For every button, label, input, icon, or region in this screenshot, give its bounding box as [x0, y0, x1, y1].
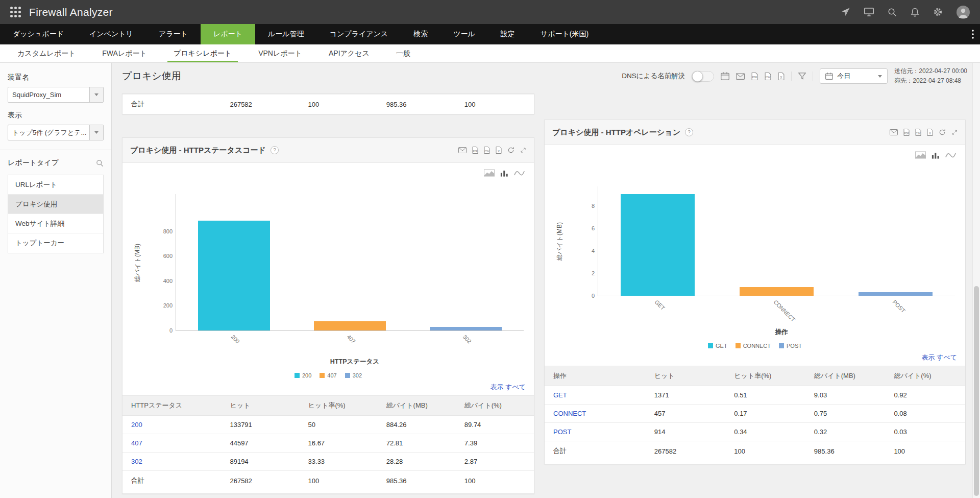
chart-line-icon[interactable]: [514, 170, 525, 176]
nav-tab-inventory[interactable]: インベントリ: [77, 24, 146, 44]
help-icon[interactable]: ?: [685, 128, 693, 136]
excel-file-icon[interactable]: X: [778, 73, 785, 80]
row-link[interactable]: 407: [131, 439, 142, 447]
device-select[interactable]: SquidProxy_Sim: [8, 87, 104, 103]
chart-bar-icon[interactable]: [932, 151, 940, 159]
schedule-icon[interactable]: [721, 72, 729, 80]
row-link[interactable]: 200: [131, 421, 142, 429]
col-header[interactable]: 総バイト(%): [885, 366, 965, 386]
subnav-fwa-reports[interactable]: FWAレポート: [89, 44, 160, 62]
col-header[interactable]: 総バイト(MB): [378, 396, 456, 416]
period-select[interactable]: 今日: [820, 68, 888, 84]
mail-icon[interactable]: [458, 147, 467, 153]
subnav-api-access[interactable]: APIアクセス: [315, 44, 383, 62]
nav-tab-reports[interactable]: レポート: [201, 24, 255, 44]
help-icon[interactable]: ?: [271, 146, 279, 154]
bar-200[interactable]: [198, 221, 270, 330]
caret-down-icon[interactable]: [89, 125, 103, 140]
send-icon[interactable]: [841, 7, 850, 17]
col-header[interactable]: ヒット: [221, 396, 299, 416]
subnav-general[interactable]: 一般: [383, 44, 424, 62]
scrollbar-thumb[interactable]: [974, 286, 979, 496]
range-from: 送信元：2022-04-27 00:00: [894, 66, 967, 76]
legend-item-302[interactable]: 302: [345, 372, 362, 378]
pdf-file-icon[interactable]: PDF: [751, 73, 758, 80]
nav-tab-alerts[interactable]: アラート: [146, 24, 201, 44]
mail-icon[interactable]: [736, 73, 745, 80]
excel-file-icon[interactable]: X: [496, 147, 502, 154]
subnav-custom-reports[interactable]: カスタムレポート: [4, 44, 89, 62]
screen-icon[interactable]: [864, 8, 874, 16]
bar-slot: GET: [598, 186, 717, 296]
legend-item-GET[interactable]: GET: [708, 343, 727, 349]
legend-item-200[interactable]: 200: [295, 372, 311, 378]
sidebar-item-website-details[interactable]: Webサイト詳細: [8, 214, 103, 233]
col-header[interactable]: 総バイト(%): [456, 396, 534, 416]
sidebar-item-top-talkers[interactable]: トップトーカー: [8, 233, 103, 253]
nav-tab-tools[interactable]: ツール: [440, 24, 488, 44]
chart-bar-icon[interactable]: [500, 169, 508, 177]
subnav-proxy-reports[interactable]: プロキシレポート: [160, 44, 245, 62]
show-all-link[interactable]: 表示 すべて: [921, 353, 957, 361]
col-header[interactable]: 操作: [545, 366, 646, 386]
sidebar-item-url-report[interactable]: URLレポート: [8, 175, 103, 195]
divider: [813, 72, 813, 81]
chart-area-icon[interactable]: [484, 169, 495, 177]
nav-tab-settings[interactable]: 設定: [488, 24, 528, 44]
kebab-menu-icon[interactable]: [966, 24, 980, 44]
col-header[interactable]: 総バイト(MB): [805, 366, 886, 386]
csv-file-icon[interactable]: CSV: [915, 129, 921, 136]
bar-CONNECT[interactable]: [740, 287, 813, 296]
nav-tab-compliance[interactable]: コンプライアンス: [317, 24, 401, 44]
bar-slot: CONNECT: [717, 186, 836, 296]
x-tick-label: GET: [653, 299, 666, 311]
nav-tab-search[interactable]: 検索: [401, 24, 440, 44]
nav-tab-support[interactable]: サポート(米国): [528, 24, 601, 44]
chart-line-icon[interactable]: [945, 152, 956, 158]
col-header[interactable]: ヒット率(%): [300, 396, 378, 416]
pdf-file-icon[interactable]: PDF: [903, 129, 910, 136]
pdf-file-icon[interactable]: PDF: [472, 147, 478, 154]
show-all-link[interactable]: 表示 すべて: [490, 383, 526, 391]
device-select-value: SquidProxy_Sim: [8, 91, 89, 99]
mail-icon[interactable]: [890, 129, 898, 135]
refresh-icon[interactable]: [507, 147, 514, 154]
refresh-icon[interactable]: [939, 129, 946, 136]
sidebar-item-proxy-usage[interactable]: プロキシ使用: [8, 195, 103, 214]
search-icon[interactable]: [888, 8, 897, 17]
excel-file-icon[interactable]: X: [927, 129, 933, 136]
bar-POST[interactable]: [859, 292, 932, 296]
bar-407[interactable]: [314, 321, 386, 330]
bell-icon[interactable]: [911, 8, 919, 17]
col-header[interactable]: ヒット率(%): [725, 366, 805, 386]
col-header[interactable]: HTTPステータス: [122, 396, 221, 416]
filter-icon[interactable]: [798, 73, 806, 80]
apps-grid-icon[interactable]: [10, 7, 21, 17]
chart-area-icon[interactable]: [915, 151, 926, 159]
row-link[interactable]: POST: [553, 428, 571, 436]
nav-tab-dashboard[interactable]: ダッシュボード: [0, 24, 77, 44]
legend-item-CONNECT[interactable]: CONNECT: [736, 343, 771, 349]
row-link[interactable]: CONNECT: [553, 410, 586, 417]
csv-file-icon[interactable]: CSV: [765, 73, 771, 80]
expand-icon[interactable]: [520, 147, 526, 153]
bar-GET[interactable]: [621, 194, 694, 296]
card-title: プロキシ使用 - HTTPステータスコード: [130, 146, 266, 155]
search-icon[interactable]: [96, 159, 104, 167]
subnav-vpn-reports[interactable]: VPNレポート: [245, 44, 315, 62]
legend-item-407[interactable]: 407: [320, 372, 336, 378]
bar-302[interactable]: [430, 327, 502, 330]
nav-tab-rule-management[interactable]: ルール管理: [255, 24, 317, 44]
user-avatar[interactable]: [957, 6, 970, 19]
dns-resolve-toggle[interactable]: [692, 71, 714, 82]
expand-icon[interactable]: [951, 129, 958, 135]
csv-file-icon[interactable]: CSV: [484, 147, 490, 154]
col-header[interactable]: ヒット: [646, 366, 726, 386]
row-link[interactable]: 302: [131, 458, 142, 465]
caret-down-icon[interactable]: [89, 87, 103, 102]
vertical-scrollbar[interactable]: [972, 63, 980, 498]
row-link[interactable]: GET: [553, 391, 567, 399]
display-select[interactable]: トップ5件 (グラフとテ...: [8, 125, 104, 140]
gear-icon[interactable]: [933, 7, 943, 17]
legend-item-POST[interactable]: POST: [779, 343, 802, 349]
